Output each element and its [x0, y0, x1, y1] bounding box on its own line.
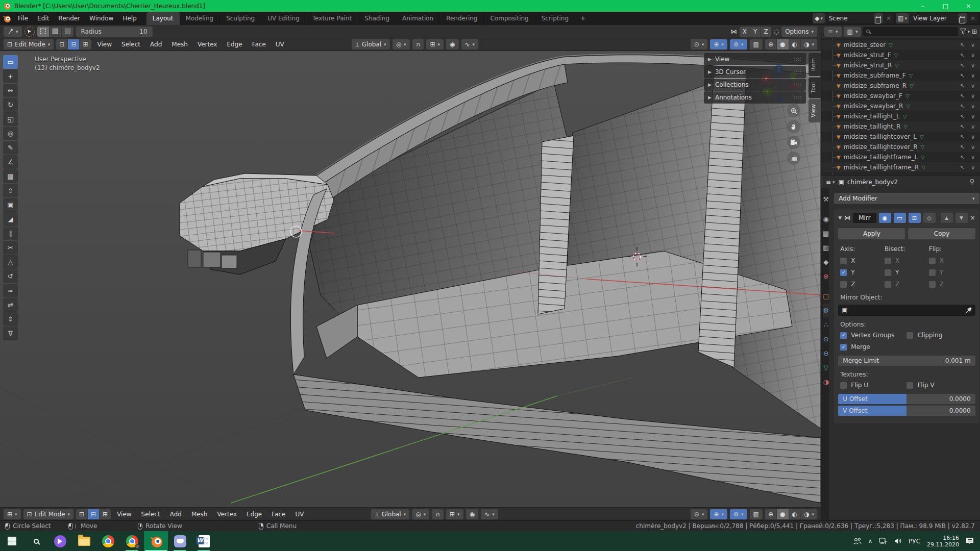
sidebar-tab-item[interactable]: Item	[808, 53, 821, 76]
hide-toggle-icon[interactable]: ∨	[971, 52, 975, 59]
collapse-panel-icon[interactable]: ▼	[838, 215, 842, 220]
toolbar-tool-button[interactable]: ⇧	[3, 184, 18, 197]
workspace-tab-scripting[interactable]: Scripting	[535, 12, 575, 25]
snap-settings-dropdown[interactable]: ⊞▾	[426, 39, 444, 49]
snap-toggle[interactable]: ∩	[432, 509, 444, 519]
proportional-editing-toggle[interactable]: ◉	[446, 39, 458, 49]
tab-tool[interactable]: ⚒	[823, 192, 829, 206]
menu-edge[interactable]: Edge	[243, 509, 265, 519]
selectable-toggle-icon[interactable]: ↖	[960, 154, 965, 161]
outliner-row[interactable]: ▼ midsize_taillightframe_R ▽ ↖ ∨	[821, 162, 980, 172]
wireframe-shading-button[interactable]: ⊕	[765, 509, 777, 519]
toolbar-tool-button[interactable]: ≈	[3, 284, 18, 297]
npanel-section-view[interactable]: ▶View::::	[704, 53, 806, 65]
hide-toggle-icon[interactable]: ∨	[971, 144, 975, 151]
falloff-dropdown[interactable]: ∿▾	[461, 39, 479, 49]
selectable-toggle-icon[interactable]: ↖	[960, 72, 965, 79]
toolbar-tool-button[interactable]: ✎	[3, 141, 18, 155]
toolbar-tool-button[interactable]: ∠	[3, 155, 18, 169]
selectable-toggle-icon[interactable]: ↖	[960, 42, 965, 48]
hide-toggle-icon[interactable]: ∨	[971, 154, 975, 161]
menu-window[interactable]: Window	[85, 13, 118, 23]
falloff-dropdown[interactable]: ∿▾	[481, 509, 498, 519]
selectable-toggle-icon[interactable]: ↖	[960, 62, 965, 69]
hide-toggle-icon[interactable]: ∨	[971, 72, 975, 79]
add-workspace-button[interactable]: +	[575, 12, 591, 25]
toolbar-tool-button[interactable]: ◎	[3, 127, 18, 140]
notifications-icon[interactable]	[966, 537, 974, 545]
bisect-x-checkbox[interactable]: X	[885, 257, 929, 264]
viewport-visibility-toggle[interactable]: ▭	[894, 213, 906, 223]
axis-y-checkbox[interactable]: ✓Y	[840, 269, 885, 276]
visibility-dropdown[interactable]: ⊙▾	[691, 39, 708, 49]
gizmos-toggle[interactable]: ⊕▾	[710, 39, 727, 49]
flip-z-checkbox[interactable]: Z	[929, 281, 973, 288]
workspace-tab-modeling[interactable]: Modeling	[180, 12, 220, 25]
menu-view[interactable]: View	[94, 39, 115, 49]
toolbar-tool-button[interactable]: +	[3, 69, 18, 83]
orientation-dropdown[interactable]: ⟂ Global ▾	[371, 509, 409, 519]
select-subtract-button[interactable]	[62, 27, 74, 37]
hide-toggle-icon[interactable]: ∨	[971, 83, 975, 89]
menu-help[interactable]: Help	[118, 13, 141, 23]
sidebar-tab-view[interactable]: View	[808, 99, 821, 122]
menu-face[interactable]: Face	[249, 39, 270, 49]
taskbar-search-button[interactable]	[24, 531, 48, 551]
hide-toggle-icon[interactable]: ∨	[971, 113, 975, 120]
rendered-shading-button[interactable]: ◑▾	[801, 509, 817, 519]
mode-selector[interactable]: ⊡ Edit Mode ▾	[4, 39, 54, 49]
menu-select[interactable]: Select	[138, 509, 164, 519]
toolbar-tool-button[interactable]: ◱	[3, 112, 18, 126]
taskbar-chrome-profile-button[interactable]	[120, 531, 144, 551]
taskbar-discord-button[interactable]	[168, 531, 192, 551]
toolbar-tool-button[interactable]: ↔	[3, 84, 18, 97]
toolbar-tool-button[interactable]: ⇕	[3, 312, 18, 326]
flip-v-checkbox[interactable]: Flip V	[906, 382, 973, 389]
workspace-tab-layout[interactable]: Layout	[146, 12, 180, 25]
visibility-dropdown[interactable]: ⊙▾	[691, 509, 708, 519]
taskbar-explorer-button[interactable]	[72, 531, 96, 551]
selectable-toggle-icon[interactable]: ↖	[960, 52, 965, 59]
hide-toggle-icon[interactable]: ∨	[971, 62, 975, 69]
taskbar-chrome-button[interactable]	[96, 531, 120, 551]
outliner-row[interactable]: ▼ midsize_strut_F ▽ ↖ ∨	[821, 50, 980, 60]
scene-selector[interactable]: ◆▾ Scene ×	[813, 13, 894, 23]
solid-shading-button[interactable]: ●	[777, 509, 789, 519]
editor-type-dropdown[interactable]: ⊞▾	[4, 509, 21, 519]
tab-particles[interactable]: ∴	[823, 318, 829, 332]
wireframe-shading-button[interactable]: ⊕	[765, 39, 777, 49]
people-icon[interactable]	[853, 538, 862, 545]
toolbar-tool-button[interactable]: ∥	[3, 227, 18, 240]
toolbar-tool-button[interactable]: ✂	[3, 241, 18, 255]
blender-menu-icon[interactable]	[0, 14, 13, 23]
mirror-y-button[interactable]: Y	[750, 27, 761, 37]
language-indicator[interactable]: РУС	[909, 538, 920, 545]
outliner-row[interactable]: ▼ midsize_taillightframe_L ▽ ↖ ∨	[821, 152, 980, 162]
menu-mesh[interactable]: Mesh	[188, 509, 211, 519]
outliner-filter-object-dropdown[interactable]: ▥▾	[844, 27, 862, 37]
hidden-icons-chevron[interactable]: ∧	[868, 538, 872, 544]
u-offset-slider[interactable]: U Offset 0.0000	[838, 394, 975, 404]
face-select-button[interactable]: ⊞	[80, 39, 91, 49]
properties-editor-dropdown[interactable]: ≡▾	[826, 179, 835, 186]
taskbar-alisa-button[interactable]	[48, 531, 72, 551]
move-modifier-up-button[interactable]: ▲	[941, 213, 953, 223]
toolbar-tool-button[interactable]: △	[3, 255, 18, 269]
pivot-dropdown[interactable]: ◎▾	[412, 509, 429, 519]
menu-add[interactable]: Add	[146, 39, 165, 49]
toolbar-tool-button[interactable]: ▦	[3, 169, 18, 183]
menu-face[interactable]: Face	[268, 509, 289, 519]
delete-modifier-button[interactable]: ×	[970, 214, 975, 221]
vertex-select-button[interactable]: ⊡	[76, 509, 88, 519]
toolbar-tool-button[interactable]: ⇄	[3, 298, 18, 312]
clipping-checkbox[interactable]: Clipping	[906, 332, 973, 339]
mirror-x-button[interactable]: X	[740, 27, 750, 37]
workspace-tab-animation[interactable]: Animation	[396, 12, 440, 25]
tab-object[interactable]: ▢	[823, 289, 829, 303]
network-icon[interactable]	[879, 538, 888, 545]
outliner-row[interactable]: ▼ midsize_taillightcover_L ▽ ↖ ∨	[821, 132, 980, 142]
snap-toggle[interactable]: ∩	[412, 39, 424, 49]
outliner-row[interactable]: ▼ midsize_swaybar_R ▽ ↖ ∨	[821, 101, 980, 111]
outliner-row[interactable]: ▼ midsize_swaybar_F ▽ ↖ ∨	[821, 91, 980, 101]
view-layer-selector[interactable]: ▥▾ View Layer ×	[896, 13, 978, 23]
